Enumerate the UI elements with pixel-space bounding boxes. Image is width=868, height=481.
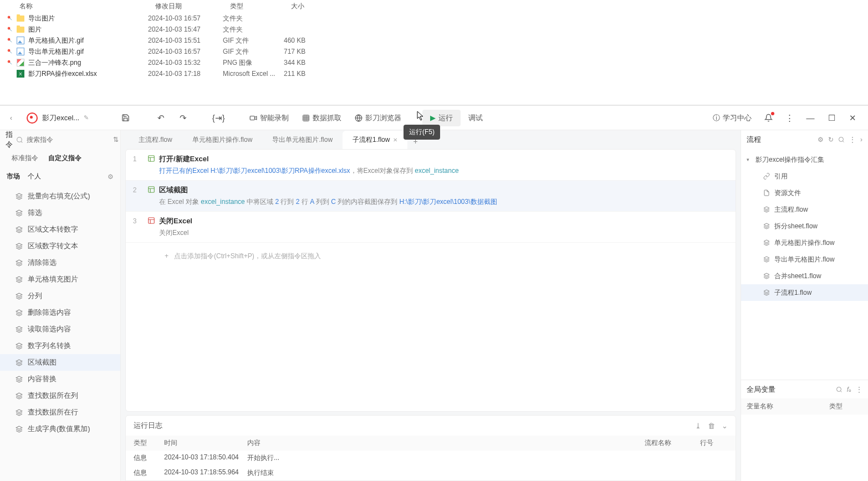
command-item[interactable]: 分列	[0, 288, 120, 304]
file-row[interactable]: 📍 单元格插入图片.gif 2024-10-03 15:51 GIF 文件 46…	[0, 35, 868, 46]
file-explorer: 名称 修改日期 类型 大小 📍 导出图片 2024-10-03 16:57 文件…	[0, 0, 868, 105]
debug-button[interactable]: 调试	[463, 110, 488, 126]
tree-root[interactable]: ▾ 影刀excel操作指令汇集	[741, 151, 868, 168]
command-item[interactable]: 数字列名转换	[0, 337, 120, 354]
flow-tab[interactable]: 子流程1.flow✕	[343, 131, 407, 149]
layers-icon	[16, 359, 24, 366]
layers-icon	[763, 256, 771, 263]
command-item[interactable]: 生成字典(数值累加)	[0, 421, 120, 437]
svg-marker-39	[764, 257, 769, 259]
col-type[interactable]: 类型	[230, 2, 291, 11]
gear-icon[interactable]: ⚙	[108, 173, 114, 181]
folder-icon	[17, 16, 24, 22]
close-icon[interactable]: ✕	[393, 137, 397, 143]
svg-marker-22	[16, 393, 22, 396]
more-icon[interactable]: ⋮	[849, 136, 856, 144]
sub-personal[interactable]: 个人	[28, 172, 41, 181]
undo-button[interactable]: ↶	[151, 110, 171, 126]
file-date: 2024-10-03 15:32	[148, 59, 223, 66]
browser-button[interactable]: 影刀浏览器	[349, 110, 407, 126]
col-date[interactable]: 修改日期	[155, 2, 230, 11]
layers-icon	[16, 409, 24, 416]
tab-standard[interactable]: 标准指令	[7, 149, 43, 167]
log-row[interactable]: 信息 2024-10-03 17:18:55.964 执行结束	[126, 465, 736, 480]
flow-step[interactable]: 2 区域截图 在 Excel 对象 excel_instance 中将区域 2 …	[126, 181, 736, 212]
command-label: 区域数字转文本	[28, 241, 78, 251]
tree-item[interactable]: 引用	[741, 168, 868, 185]
flow-tab[interactable]: 导出单元格图片.flow	[262, 131, 343, 149]
file-row[interactable]: 📍 三合一冲锋衣.png 2024-10-03 15:32 PNG 图像 344…	[0, 57, 868, 68]
step-description: 关闭Excel	[159, 228, 729, 238]
file-type: PNG 图像	[223, 58, 284, 68]
sub-market[interactable]: 市场	[7, 172, 20, 181]
file-row[interactable]: 📍 导出单元格图片.gif 2024-10-03 16:57 GIF 文件 71…	[0, 46, 868, 57]
close-button[interactable]: ✕	[843, 110, 862, 126]
notifications-button[interactable]	[758, 110, 778, 126]
run-button[interactable]: ▶ 运行	[422, 110, 461, 126]
tab-custom[interactable]: 自定义指令	[43, 149, 86, 167]
command-item[interactable]: 读取筛选内容	[0, 321, 120, 337]
format-button[interactable]: {⇥}	[208, 110, 228, 126]
command-label: 数字列名转换	[28, 341, 71, 351]
minimize-button[interactable]: —	[800, 110, 820, 126]
more-icon[interactable]: ⋮	[856, 386, 862, 393]
flow-tab[interactable]: 单元格图片操作.flow	[182, 131, 263, 149]
command-item[interactable]: 清除筛选	[0, 254, 120, 271]
tree-item[interactable]: 合并sheet1.flow	[741, 268, 868, 284]
file-row[interactable]: 📍 导出图片 2024-10-03 16:57 文件夹	[0, 13, 868, 24]
refresh-icon[interactable]: ↻	[828, 136, 834, 144]
learn-center-button[interactable]: ⓘ 学习中心	[707, 110, 757, 126]
fx-icon[interactable]: fₒ	[847, 386, 851, 393]
command-item[interactable]: 内容替换	[0, 371, 120, 387]
settings-icon[interactable]: ⚙	[818, 136, 824, 144]
command-item[interactable]: 查找数据所在行	[0, 404, 120, 421]
collapse-right-icon[interactable]: ›	[860, 136, 862, 144]
sort-button[interactable]: ⇅	[113, 136, 119, 144]
layers-icon	[763, 273, 771, 279]
add-step-hint[interactable]: 点击添加指令(Ctrl+Shift+P)，或从左侧指令区拖入	[126, 243, 736, 270]
tree-item[interactable]: 资源文件	[741, 185, 868, 201]
log-row[interactable]: 信息 2024-10-03 17:18:50.404 开始执行...	[126, 451, 736, 465]
tree-item[interactable]: 单元格图片操作.flow	[741, 234, 868, 251]
command-item[interactable]: 区域数字转文本	[0, 238, 120, 254]
edit-title-icon[interactable]: ✎	[84, 114, 89, 121]
file-row[interactable]: 📍 图片 2024-10-03 15:47 文件夹	[0, 24, 868, 35]
command-item[interactable]: 单元格填充图片	[0, 271, 120, 288]
search-input[interactable]	[27, 136, 110, 144]
col-size[interactable]: 大小	[291, 2, 335, 11]
command-label: 删除筛选内容	[28, 308, 71, 318]
maximize-button[interactable]: ☐	[821, 110, 841, 126]
data-grab-button[interactable]: 数据抓取	[297, 110, 347, 126]
smart-record-button[interactable]: 智能录制	[244, 110, 294, 126]
log-export-icon[interactable]: ⤓	[695, 422, 701, 430]
command-item[interactable]: 批量向右填充(公式)	[0, 188, 120, 204]
svg-marker-21	[16, 376, 22, 379]
log-collapse-icon[interactable]: ⌄	[722, 422, 728, 430]
tree-item[interactable]: 主流程.flow	[741, 201, 868, 218]
command-item[interactable]: 查找数据所在列	[0, 387, 120, 404]
tree-item-label: 资源文件	[774, 188, 801, 198]
col-name[interactable]: 名称	[19, 2, 155, 11]
tab-label: 导出单元格图片.flow	[272, 136, 333, 144]
command-item[interactable]: 区域截图	[0, 354, 120, 371]
tree-item[interactable]: 拆分sheet.flow	[741, 218, 868, 234]
file-row[interactable]: X影刀RPA操作excel.xlsx 2024-10-03 17:18 Micr…	[0, 68, 868, 79]
command-item[interactable]: 筛选	[0, 204, 120, 221]
tree-item[interactable]: 子流程1.flow	[741, 284, 868, 301]
command-item[interactable]: 删除筛选内容	[0, 304, 120, 321]
toolbar: ‹ 影刀excel... ✎ ↶ ↷ {⇥} 智能录制 数据抓取 影刀浏览器 ▶…	[0, 106, 868, 130]
flow-step[interactable]: 3 关闭Excel 关闭Excel	[126, 212, 736, 243]
back-button[interactable]: ‹	[6, 114, 17, 122]
flow-step[interactable]: 1 打开/新建Excel 打开已有的Excel H:\影刀\影刀excel\10…	[126, 150, 736, 181]
svg-marker-17	[16, 310, 22, 313]
search-icon[interactable]	[836, 386, 843, 393]
command-item[interactable]: 区域文本转数字	[0, 221, 120, 238]
flow-tab[interactable]: 主流程.flow	[129, 131, 182, 149]
tree-item[interactable]: 导出单元格图片.flow	[741, 251, 868, 268]
command-label: 读取筛选内容	[28, 324, 71, 334]
save-button[interactable]	[115, 110, 135, 126]
redo-button[interactable]: ↷	[173, 110, 193, 126]
more-button[interactable]: ⋮	[779, 110, 799, 126]
search-icon[interactable]	[838, 136, 845, 143]
log-delete-icon[interactable]: 🗑	[708, 422, 715, 430]
